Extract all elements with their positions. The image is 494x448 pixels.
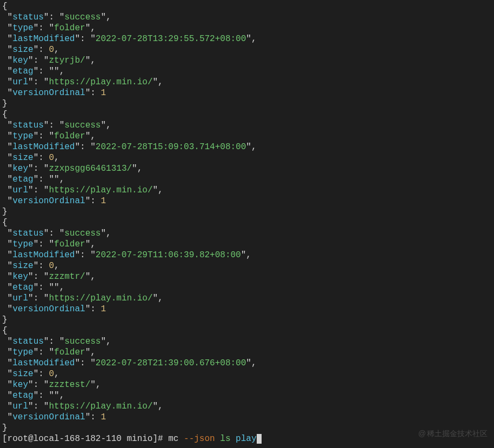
json-field-status: "status": "success", xyxy=(2,120,492,131)
json-field-url: "url": "https://play.min.io/", xyxy=(2,293,492,304)
cursor xyxy=(257,434,262,444)
json-field-key: "key": "zzztest/", xyxy=(2,379,492,390)
json-field-key: "key": "ztyrjb/", xyxy=(2,55,492,66)
json-field-type: "type": "folder", xyxy=(2,239,492,250)
cmd-ls: ls xyxy=(220,434,230,444)
json-field-key: "key": "zzxpsgg66461313/", xyxy=(2,163,492,174)
json-field-versionOrdinal: "versionOrdinal": 1 xyxy=(2,412,492,423)
json-field-type: "type": "folder", xyxy=(2,347,492,358)
json-field-url: "url": "https://play.min.io/", xyxy=(2,77,492,88)
json-field-size: "size": 0, xyxy=(2,152,492,163)
json-open-brace: { xyxy=(2,217,492,228)
json-field-versionOrdinal: "versionOrdinal": 1 xyxy=(2,304,492,315)
json-close-brace: } xyxy=(2,98,492,109)
watermark: 稀土掘金技术社区 xyxy=(418,429,488,439)
json-field-lastModified: "lastModified": "2022-07-28T15:09:03.714… xyxy=(2,142,492,152)
cmd-target: play xyxy=(236,434,256,444)
json-open-brace: { xyxy=(2,325,492,336)
shell-prompt: [root@local-168-182-110 minio]# xyxy=(2,434,168,444)
terminal-output[interactable]: { "status": "success", "type": "folder",… xyxy=(0,0,494,445)
json-field-lastModified: "lastModified": "2022-07-28T13:29:55.572… xyxy=(2,34,492,44)
json-field-size: "size": 0, xyxy=(2,260,492,271)
json-field-type: "type": "folder", xyxy=(2,23,492,34)
json-field-lastModified: "lastModified": "2022-07-28T21:39:00.676… xyxy=(2,358,492,369)
json-close-brace: } xyxy=(2,315,492,325)
json-field-status: "status": "success", xyxy=(2,336,492,347)
cmd-mc: mc xyxy=(168,434,178,444)
json-field-versionOrdinal: "versionOrdinal": 1 xyxy=(2,196,492,206)
json-field-key: "key": "zzzmtr/", xyxy=(2,271,492,282)
cmd-flag-json: --json xyxy=(184,434,215,444)
json-field-etag: "etag": "", xyxy=(2,174,492,185)
json-field-versionOrdinal: "versionOrdinal": 1 xyxy=(2,88,492,98)
json-field-url: "url": "https://play.min.io/", xyxy=(2,401,492,412)
json-field-lastModified: "lastModified": "2022-07-29T11:06:39.82+… xyxy=(2,250,492,260)
json-open-brace: { xyxy=(2,109,492,120)
json-field-size: "size": 0, xyxy=(2,44,492,55)
json-close-brace: } xyxy=(2,206,492,217)
json-field-etag: "etag": "", xyxy=(2,66,492,77)
json-field-etag: "etag": "", xyxy=(2,282,492,293)
json-field-url: "url": "https://play.min.io/", xyxy=(2,185,492,196)
json-field-type: "type": "folder", xyxy=(2,131,492,142)
json-field-size: "size": 0, xyxy=(2,369,492,379)
json-field-etag: "etag": "", xyxy=(2,390,492,401)
json-open-brace: { xyxy=(2,1,492,12)
json-field-status: "status": "success", xyxy=(2,12,492,23)
json-field-status: "status": "success", xyxy=(2,228,492,239)
